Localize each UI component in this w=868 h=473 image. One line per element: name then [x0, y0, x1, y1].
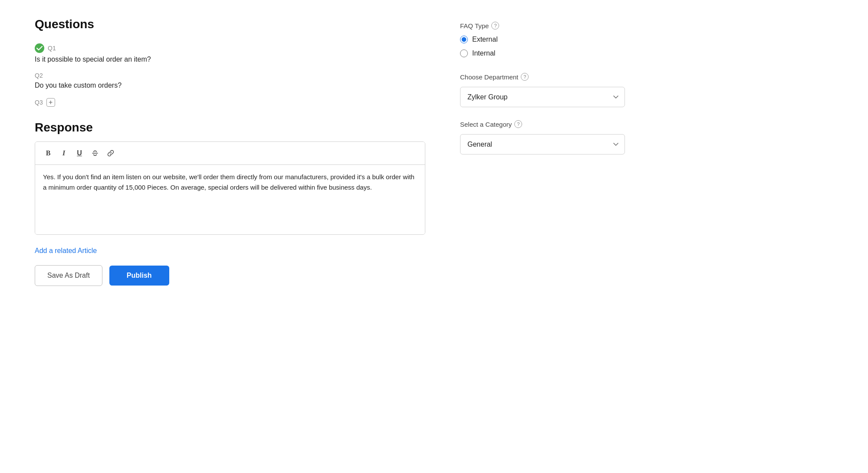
- department-section: Choose Department ? Zylker Group Sales S…: [460, 73, 625, 107]
- editor-content[interactable]: Yes. If you don't find an item listen on…: [35, 165, 425, 234]
- editor-toolbar: B I U: [35, 142, 425, 165]
- faq-type-section: FAQ Type ? External Internal: [460, 22, 625, 57]
- external-radio-option[interactable]: External: [460, 36, 625, 43]
- q2-label-row: Q2: [35, 72, 425, 79]
- italic-button[interactable]: I: [57, 146, 71, 160]
- external-label: External: [472, 36, 498, 43]
- left-panel: Questions Q1 Is it possible to special o…: [35, 17, 425, 456]
- save-draft-button[interactable]: Save As Draft: [35, 265, 102, 286]
- department-dropdown[interactable]: Zylker Group Sales Support Engineering: [460, 87, 625, 107]
- action-buttons: Save As Draft Publish: [35, 265, 425, 286]
- internal-radio[interactable]: [460, 49, 468, 57]
- external-radio[interactable]: [460, 36, 468, 43]
- response-title: Response: [35, 121, 425, 135]
- q3-label: Q3: [35, 99, 43, 106]
- right-panel: FAQ Type ? External Internal Choose Depa…: [460, 17, 625, 456]
- q2-label: Q2: [35, 72, 43, 79]
- internal-radio-option[interactable]: Internal: [460, 49, 625, 57]
- link-button[interactable]: [104, 146, 118, 160]
- add-question-button[interactable]: +: [46, 98, 55, 107]
- q3-label-row: Q3 +: [35, 98, 425, 107]
- checkmark-icon: [35, 43, 44, 53]
- questions-title: Questions: [35, 17, 425, 31]
- q2-text: Do you take custom orders?: [35, 82, 425, 89]
- q1-label: Q1: [48, 45, 56, 52]
- category-help-icon[interactable]: ?: [514, 120, 522, 128]
- response-section: Response B I U: [35, 121, 425, 235]
- strikethrough-button[interactable]: [88, 146, 102, 160]
- q1-label-row: Q1: [35, 43, 425, 53]
- svg-point-0: [35, 43, 44, 53]
- category-label: Select a Category ?: [460, 120, 625, 128]
- category-dropdown[interactable]: General Orders Shipping Returns: [460, 134, 625, 154]
- response-editor: B I U: [35, 141, 425, 235]
- question-item-q1: Q1 Is it possible to special order an it…: [35, 43, 425, 63]
- faq-type-help-icon[interactable]: ?: [491, 22, 499, 30]
- question-list: Q1 Is it possible to special order an it…: [35, 43, 425, 107]
- underline-button[interactable]: U: [72, 146, 86, 160]
- faq-type-radio-group: External Internal: [460, 36, 625, 57]
- question-item-q3: Q3 +: [35, 98, 425, 107]
- bold-button[interactable]: B: [41, 146, 55, 160]
- internal-label: Internal: [472, 49, 495, 57]
- q1-text: Is it possible to special order an item?: [35, 56, 425, 63]
- category-section: Select a Category ? General Orders Shipp…: [460, 120, 625, 154]
- department-label: Choose Department ?: [460, 73, 625, 81]
- question-item-q2: Q2 Do you take custom orders?: [35, 72, 425, 89]
- department-help-icon[interactable]: ?: [521, 73, 529, 81]
- add-article-link[interactable]: Add a related Article: [35, 247, 97, 255]
- publish-button[interactable]: Publish: [109, 266, 169, 286]
- faq-type-label: FAQ Type ?: [460, 22, 625, 30]
